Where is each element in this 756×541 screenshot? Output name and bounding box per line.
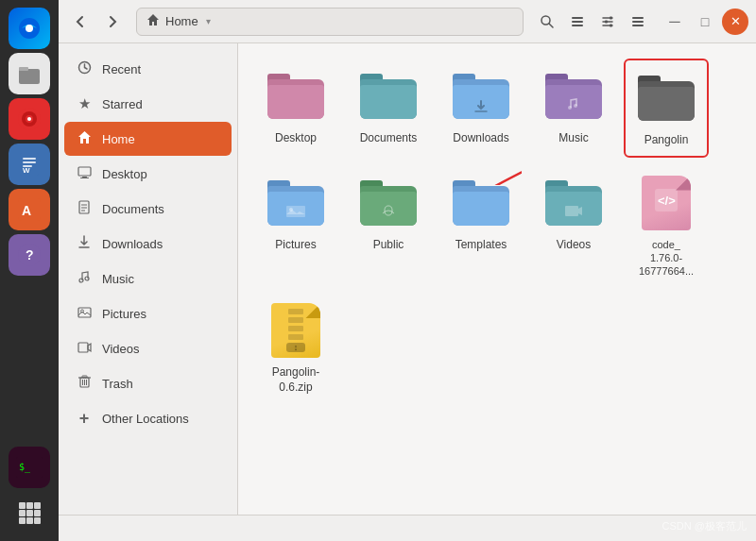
videos-folder-icon	[543, 173, 604, 233]
location-bar[interactable]: Home ▾	[136, 8, 524, 36]
sidebar-item-documents[interactable]: Documents	[64, 192, 232, 226]
view-options-button[interactable]	[593, 8, 622, 36]
videos-icon	[76, 341, 93, 357]
sidebar-item-recent[interactable]: Recent	[64, 52, 232, 86]
file-label-pangolin: Pangolin	[644, 133, 689, 148]
svg-rect-40	[78, 167, 91, 176]
svg-text:W: W	[23, 166, 30, 175]
file-label-music: Music	[558, 131, 588, 146]
dock-terminal[interactable]: $_	[9, 447, 50, 488]
documents-icon	[76, 200, 93, 217]
dock-writer[interactable]: W	[9, 144, 50, 185]
downloads-icon	[76, 235, 93, 252]
svg-rect-20	[26, 502, 33, 509]
sidebar-item-starred[interactable]: ★ Starred	[64, 87, 232, 121]
file-item-desktop[interactable]: Desktop	[253, 59, 338, 158]
desktop-folder-icon	[266, 66, 326, 127]
svg-rect-30	[572, 17, 583, 19]
svg-rect-52	[78, 343, 88, 352]
svg-rect-33	[610, 16, 612, 19]
file-label-pictures: Pictures	[275, 238, 316, 253]
maximize-button[interactable]: □	[692, 8, 718, 35]
file-label-code-deb: code_1.76.0-16777664...	[639, 238, 694, 279]
file-item-public[interactable]: Public	[346, 165, 431, 286]
starred-icon: ★	[76, 95, 93, 112]
sidebar-label-trash: Trash	[102, 377, 133, 391]
sidebar-label-pictures: Pictures	[102, 307, 146, 321]
svg-rect-34	[605, 20, 608, 23]
file-item-documents[interactable]: Documents	[346, 59, 431, 158]
view-list-button[interactable]	[563, 8, 592, 36]
file-item-pictures[interactable]: Pictures	[253, 165, 338, 286]
sidebar-item-music[interactable]: Music	[64, 262, 232, 296]
svg-rect-38	[632, 25, 644, 26]
dock-files[interactable]	[9, 53, 50, 94]
back-button[interactable]	[66, 8, 94, 36]
sidebar-item-home[interactable]: Home	[64, 122, 232, 156]
svg-rect-27	[34, 517, 41, 524]
sidebar-label-other: Other Locations	[102, 412, 189, 426]
sidebar-label-recent: Recent	[102, 62, 141, 76]
trash-icon	[76, 375, 93, 392]
other-locations-icon: +	[76, 410, 93, 427]
location-dropdown-icon[interactable]: ▾	[206, 16, 211, 26]
dock-rhythmbox[interactable]	[9, 98, 50, 140]
file-label-videos: Videos	[557, 238, 591, 253]
file-label-public: Public	[373, 238, 404, 253]
file-item-pangolin-zip[interactable]: ↕ Pangolin-0.6.zip	[253, 293, 338, 402]
pangolin-zip-icon: ↕	[266, 300, 326, 361]
file-item-code-deb[interactable]: </> code_1.76.0-16777664...	[624, 165, 709, 286]
file-item-music[interactable]: Music	[531, 59, 616, 158]
sidebar-item-other[interactable]: + Other Locations	[64, 401, 232, 435]
file-grid: Desktop Documents	[238, 43, 756, 515]
dock-appstore[interactable]: A	[9, 189, 50, 230]
application-dock: W A ? $_	[0, 0, 59, 541]
pangolin-folder-icon	[636, 68, 696, 128]
svg-line-29	[549, 24, 553, 27]
svg-text:A: A	[22, 203, 31, 218]
pictures-icon	[76, 306, 93, 322]
sidebar-item-pictures[interactable]: Pictures	[64, 296, 232, 330]
file-item-templates[interactable]: Templates	[438, 165, 524, 286]
menu-button[interactable]	[624, 8, 652, 36]
sidebar: Recent ★ Starred Home Desktop	[59, 43, 238, 515]
file-item-pangolin[interactable]: Pangolin	[624, 59, 709, 158]
search-button[interactable]	[533, 8, 561, 36]
code-deb-icon: </>	[636, 173, 696, 233]
music-icon	[76, 270, 93, 287]
svg-rect-26	[26, 517, 33, 524]
dock-help[interactable]: ?	[9, 234, 50, 276]
sidebar-item-trash[interactable]: Trash	[64, 366, 232, 400]
location-text: Home	[165, 14, 198, 28]
svg-rect-9	[23, 158, 36, 160]
content-area: Recent ★ Starred Home Desktop	[59, 43, 756, 515]
svg-point-7	[27, 117, 31, 121]
dock-show-apps[interactable]	[9, 492, 50, 533]
documents-folder-icon	[358, 66, 419, 127]
toolbar: Home ▾	[59, 0, 756, 43]
svg-rect-32	[572, 25, 583, 26]
sidebar-item-desktop[interactable]: Desktop	[64, 157, 232, 191]
svg-rect-21	[34, 502, 41, 509]
sidebar-label-videos: Videos	[102, 342, 140, 356]
svg-point-1	[26, 25, 33, 32]
file-label-templates: Templates	[455, 238, 507, 253]
svg-point-49	[85, 277, 89, 280]
downloads-folder-icon	[451, 66, 511, 127]
close-button[interactable]: ✕	[722, 8, 748, 35]
file-item-videos[interactable]: Videos	[531, 165, 616, 286]
dock-thunderbird[interactable]	[9, 8, 50, 49]
forward-button[interactable]	[98, 8, 127, 36]
svg-point-60	[568, 106, 572, 110]
sidebar-item-downloads[interactable]: Downloads	[64, 227, 232, 261]
file-label-desktop: Desktop	[275, 131, 317, 146]
music-folder-icon	[543, 66, 604, 127]
svg-rect-55	[82, 376, 87, 378]
sidebar-item-videos[interactable]: Videos	[64, 331, 232, 365]
minimize-button[interactable]: ─	[662, 8, 688, 35]
file-item-downloads[interactable]: Downloads	[438, 59, 524, 158]
svg-point-61	[574, 104, 577, 108]
sidebar-label-home: Home	[102, 132, 135, 146]
templates-folder-icon	[451, 173, 511, 233]
svg-text:$_: $_	[19, 462, 31, 473]
